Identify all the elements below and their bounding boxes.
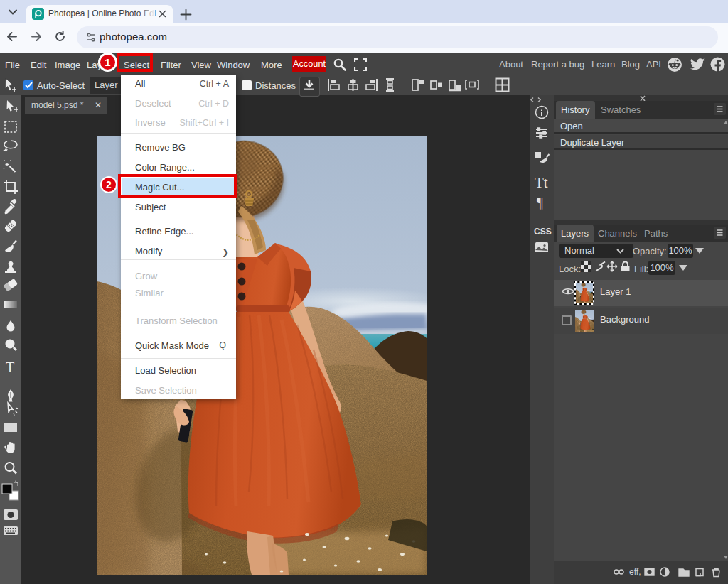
svg-text:¶: ¶ xyxy=(537,195,543,210)
svg-text:Tt: Tt xyxy=(535,174,548,191)
svg-text:CSS: CSS xyxy=(534,227,552,237)
svg-text:eff,: eff, xyxy=(629,567,641,577)
svg-text:T: T xyxy=(6,359,14,375)
